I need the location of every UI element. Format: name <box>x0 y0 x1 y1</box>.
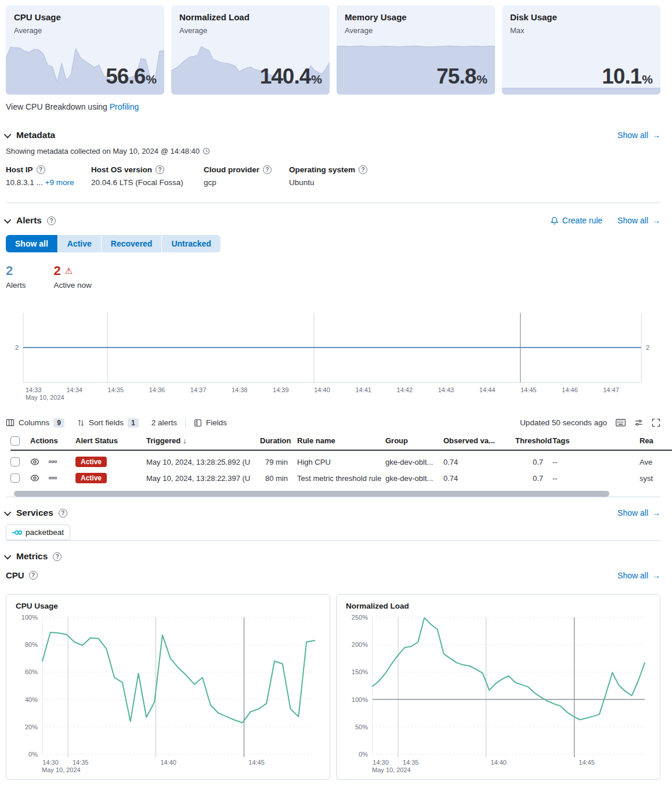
chevron-down-icon[interactable] <box>4 131 12 138</box>
columns-icon <box>6 418 15 427</box>
grid-settings-button[interactable] <box>634 418 643 427</box>
svg-text:14:45: 14:45 <box>579 759 595 766</box>
chart-title: Normalized Load <box>346 602 651 610</box>
alerts-show-all-link[interactable]: Show all→ <box>617 216 660 225</box>
svg-text:150%: 150% <box>352 668 368 675</box>
svg-text:100%: 100% <box>21 614 38 621</box>
fullscreen-button[interactable] <box>652 418 660 427</box>
select-all-checkbox[interactable] <box>10 436 20 446</box>
help-icon[interactable]: ? <box>53 552 62 561</box>
keyboard-shortcuts-button[interactable] <box>616 418 626 427</box>
svg-text:14:37: 14:37 <box>190 386 207 393</box>
help-icon[interactable]: ? <box>29 571 38 580</box>
metrics-heading: Metrics <box>16 551 48 562</box>
kpi-value: 140.4% <box>260 64 321 89</box>
svg-text:14:40: 14:40 <box>160 759 176 766</box>
kpi-subtitle: Max <box>510 26 557 35</box>
svg-text:14:34: 14:34 <box>66 386 82 393</box>
sort-fields-button[interactable]: Sort fields 1 <box>77 418 139 428</box>
kpi-card-memory-usage[interactable]: Memory Usage Average 75.8% <box>337 5 495 95</box>
updated-ago-label: Updated 50 seconds ago <box>520 418 607 427</box>
chevron-down-icon[interactable] <box>4 508 12 516</box>
alerts-status-filter: Show all Active Recovered Untracked <box>6 235 221 252</box>
metadata-field-host-os-version: Host OS version? 20.04.6 LTS (Focal Foss… <box>91 165 204 187</box>
svg-text:14:35: 14:35 <box>73 759 89 766</box>
metadata-field-operating-system: Operating system? Ubuntu <box>289 165 378 187</box>
tab-show-all[interactable]: Show all <box>6 235 58 252</box>
alerts-timeline-chart: 14:3314:3414:3514:3614:3714:3814:3914:40… <box>6 310 660 403</box>
svg-text:May 10, 2024: May 10, 2024 <box>42 766 81 773</box>
metrics-group-cpu: CPU <box>6 570 24 580</box>
section-divider <box>6 540 660 541</box>
kpi-card-cpu-usage[interactable]: CPU Usage Average 56.6% <box>6 5 164 95</box>
svg-text:14:43: 14:43 <box>438 386 454 393</box>
metrics-panels: CPU Usage 0%20%40%60%80%100%14:3014:3514… <box>6 594 660 780</box>
svg-text:14:40: 14:40 <box>490 759 507 766</box>
services-show-all-link[interactable]: Show all→ <box>617 508 660 518</box>
metadata-heading: Metadata <box>16 130 55 140</box>
profiling-note: View CPU Breakdown using Profiling <box>6 102 660 111</box>
alerts-heading: Alerts <box>16 215 42 226</box>
row-checkbox[interactable] <box>10 457 20 466</box>
help-icon[interactable]: ? <box>263 165 272 174</box>
status-badge: Active <box>75 457 107 467</box>
svg-text:60%: 60% <box>25 668 38 675</box>
bell-icon <box>550 216 559 225</box>
help-icon[interactable]: ? <box>156 165 164 174</box>
chevron-down-icon[interactable] <box>4 216 12 223</box>
svg-text:14:42: 14:42 <box>397 386 413 393</box>
kpi-card-normalized-load[interactable]: Normalized Load Average 140.4% <box>171 5 330 95</box>
help-icon[interactable]: ? <box>47 216 56 225</box>
fields-button[interactable]: Fields <box>194 418 227 427</box>
svg-text:14:38: 14:38 <box>232 386 248 393</box>
metadata-collected-note: Showing metadata collected on May 10, 20… <box>6 147 660 155</box>
table-horizontal-scrollbar[interactable] <box>14 491 609 497</box>
help-icon[interactable]: ? <box>37 165 45 174</box>
svg-text:14:35: 14:35 <box>108 386 124 393</box>
svg-text:0%: 0% <box>28 751 38 758</box>
sort-count-badge: 1 <box>128 418 139 428</box>
kpi-value: 10.1% <box>602 64 652 89</box>
more-actions-icon[interactable] <box>49 458 57 466</box>
help-icon[interactable]: ? <box>359 165 367 174</box>
view-alert-icon[interactable] <box>30 473 39 483</box>
host-ip-more-link[interactable]: +9 more <box>45 178 74 187</box>
arrow-right-icon: → <box>652 131 660 140</box>
sliders-icon <box>634 418 643 427</box>
create-rule-button[interactable]: Create rule <box>550 216 602 225</box>
metadata-show-all-link[interactable]: Show all→ <box>617 131 660 140</box>
kpi-subtitle: Average <box>345 26 407 35</box>
tab-active[interactable]: Active <box>58 235 102 252</box>
kpi-value: 75.8% <box>436 64 487 89</box>
profiling-link[interactable]: Profiling <box>110 102 139 111</box>
kpi-card-disk-usage[interactable]: Disk Usage Max 10.1% <box>502 5 660 95</box>
sort-icon <box>77 419 85 427</box>
svg-text:14:36: 14:36 <box>149 386 165 393</box>
svg-text:250%: 250% <box>352 614 368 621</box>
tab-recovered[interactable]: Recovered <box>102 235 162 252</box>
metrics-show-all-link[interactable]: Show all→ <box>617 571 660 580</box>
view-alert-icon[interactable] <box>30 457 39 466</box>
cpu-usage-chart-panel[interactable]: CPU Usage 0%20%40%60%80%100%14:3014:3514… <box>6 594 330 780</box>
kpi-title: Memory Usage <box>345 12 407 22</box>
help-icon[interactable]: ? <box>59 509 67 518</box>
host-details-page: CPU Usage Average 56.6% Normalized Load … <box>0 0 672 780</box>
status-badge: Active <box>75 473 107 483</box>
normalized-load-chart-panel[interactable]: Normalized Load 0%50%100%150%200%250%14:… <box>336 594 660 780</box>
svg-text:80%: 80% <box>25 641 38 648</box>
tab-untracked[interactable]: Untracked <box>162 235 220 252</box>
chevron-down-icon[interactable] <box>4 552 12 559</box>
svg-text:50%: 50% <box>355 723 368 730</box>
svg-text:14:45: 14:45 <box>248 759 265 766</box>
columns-button[interactable]: Columns 9 <box>6 418 64 428</box>
svg-text:14:35: 14:35 <box>403 759 419 766</box>
svg-text:2: 2 <box>646 344 649 351</box>
service-chip-packetbeat[interactable]: packetbeat <box>6 524 70 540</box>
alerts-section: Alerts ? Create rule Show all→ Show all … <box>6 215 660 497</box>
more-actions-icon[interactable] <box>49 474 57 482</box>
svg-text:100%: 100% <box>352 696 368 703</box>
triggered-sort-header[interactable]: Triggered ↓ <box>146 436 260 445</box>
services-heading: Services <box>16 508 53 518</box>
row-checkbox[interactable] <box>10 473 20 483</box>
sort-desc-icon: ↓ <box>183 436 187 445</box>
